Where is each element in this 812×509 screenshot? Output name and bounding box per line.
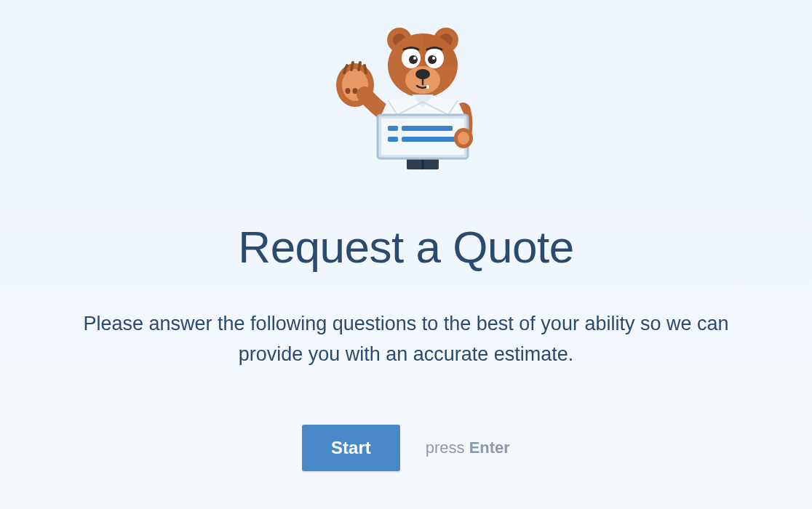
- bear-mascot-icon: [328, 22, 485, 177]
- hint-prefix: press: [426, 438, 469, 457]
- svg-rect-18: [426, 85, 429, 89]
- svg-rect-25: [388, 137, 398, 142]
- svg-point-14: [413, 57, 416, 60]
- svg-point-28: [458, 132, 469, 145]
- hint-key: Enter: [469, 438, 510, 457]
- svg-point-12: [409, 55, 418, 64]
- svg-point-15: [432, 57, 435, 60]
- start-button[interactable]: Start: [302, 425, 400, 471]
- svg-rect-23: [388, 126, 398, 131]
- page-title: Request a Quote: [238, 221, 573, 273]
- page-description: Please answer the following questions to…: [39, 309, 773, 370]
- keyboard-hint: press Enter: [426, 438, 510, 457]
- svg-rect-26: [402, 137, 458, 142]
- svg-point-13: [428, 55, 437, 64]
- svg-point-2: [345, 88, 350, 94]
- svg-rect-24: [402, 126, 453, 131]
- action-row: Start press Enter: [302, 425, 510, 471]
